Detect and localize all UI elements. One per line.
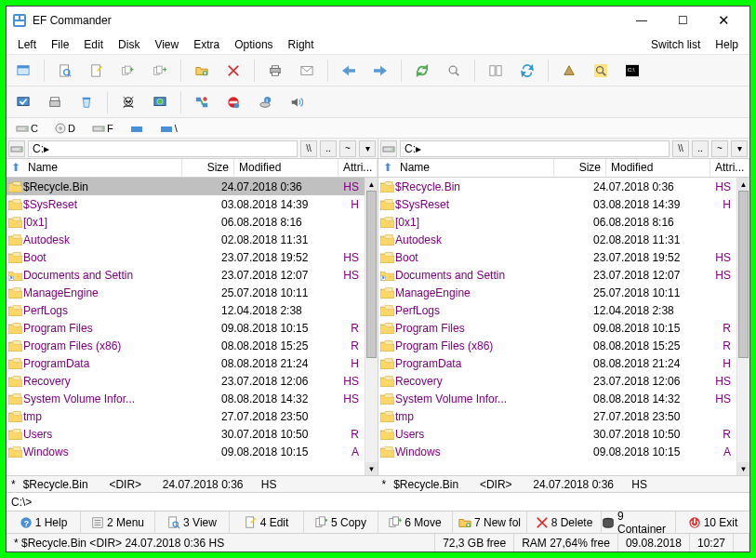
file-row[interactable]: Users30.07.2018 10:50R bbox=[378, 425, 736, 443]
pyramid-icon[interactable] bbox=[556, 59, 582, 83]
col-size[interactable]: Size bbox=[554, 159, 606, 177]
fnkey-exit[interactable]: 10 Exit bbox=[676, 512, 749, 533]
drive-c[interactable]: C bbox=[10, 120, 44, 137]
drive-browse-1[interactable] bbox=[125, 120, 149, 137]
file-row[interactable]: ManageEngine25.07.2018 10:11 bbox=[378, 284, 736, 301]
file-row[interactable]: $Recycle.Bin24.07.2018 0:36HS bbox=[7, 178, 365, 195]
right-nav-home[interactable]: ~ bbox=[711, 140, 728, 157]
forward-icon[interactable] bbox=[367, 59, 393, 83]
find-files-icon[interactable] bbox=[588, 59, 614, 83]
col-modified[interactable]: Modified bbox=[606, 159, 710, 177]
window-icon[interactable] bbox=[10, 59, 36, 83]
new-folder-icon[interactable] bbox=[189, 59, 215, 83]
col-size[interactable]: Size bbox=[182, 159, 234, 177]
back-icon[interactable] bbox=[336, 59, 362, 83]
up-arrow-icon[interactable]: ⬆ bbox=[7, 159, 23, 177]
file-row[interactable]: PerfLogs12.04.2018 2:38 bbox=[378, 301, 736, 319]
print-icon[interactable] bbox=[262, 59, 288, 83]
col-name[interactable]: Name bbox=[23, 159, 182, 177]
file-row[interactable]: [0x1]06.08.2018 8:16 bbox=[378, 213, 736, 231]
menu-disk[interactable]: Disk bbox=[111, 36, 147, 53]
left-scrollbar[interactable]: ▲▼ bbox=[365, 178, 378, 475]
scanner-icon[interactable] bbox=[42, 90, 68, 114]
menu-edit[interactable]: Edit bbox=[76, 36, 111, 53]
copy-icon[interactable] bbox=[115, 59, 141, 83]
file-row[interactable]: System Volume Infor...08.08.2018 14:32HS bbox=[378, 390, 736, 407]
menu-right[interactable]: Right bbox=[281, 36, 322, 53]
edit-page-icon[interactable] bbox=[84, 59, 110, 83]
refresh-icon[interactable] bbox=[409, 59, 435, 83]
console-icon[interactable]: C:\ bbox=[619, 59, 645, 83]
fnkey-menu[interactable]: 2 Menu bbox=[81, 512, 155, 533]
file-row[interactable]: $SysReset03.08.2018 14:39H bbox=[378, 195, 736, 213]
right-nav-up[interactable]: .. bbox=[692, 140, 709, 157]
file-row[interactable]: tmp27.07.2018 23:50 bbox=[7, 407, 365, 425]
sync-icon[interactable] bbox=[514, 59, 540, 83]
file-row[interactable]: $SysReset03.08.2018 14:39H bbox=[7, 195, 365, 213]
disk-info-icon[interactable]: i bbox=[252, 90, 278, 114]
file-row[interactable]: Documents and Settin23.07.2018 12:07HS bbox=[378, 266, 736, 284]
file-row[interactable]: Program Files09.08.2018 10:15R bbox=[378, 319, 736, 337]
file-row[interactable]: [0x1]06.08.2018 8:16 bbox=[7, 213, 365, 231]
file-row[interactable]: System Volume Infor...08.08.2018 14:32HS bbox=[7, 390, 365, 407]
file-row[interactable]: ProgramData08.08.2018 21:24H bbox=[378, 354, 736, 372]
menu-help[interactable]: Help bbox=[708, 36, 746, 53]
col-modified[interactable]: Modified bbox=[234, 159, 338, 177]
drive-browse-2[interactable]: \ bbox=[154, 120, 183, 137]
left-nav-up[interactable]: .. bbox=[320, 140, 337, 157]
fnkey-view[interactable]: 3 View bbox=[155, 512, 230, 533]
col-attr[interactable]: Attri... bbox=[338, 159, 378, 177]
maximize-button[interactable]: ☐ bbox=[662, 7, 703, 33]
right-drive-menu[interactable] bbox=[380, 140, 397, 157]
file-row[interactable]: Program Files (x86)08.08.2018 15:25R bbox=[378, 337, 736, 354]
up-arrow-icon[interactable]: ⬆ bbox=[378, 159, 395, 177]
right-nav-root[interactable]: \\ bbox=[672, 140, 689, 157]
file-row[interactable]: Windows09.08.2018 10:15A bbox=[7, 443, 365, 460]
sound-icon[interactable] bbox=[284, 90, 310, 114]
file-row[interactable]: Program Files (x86)08.08.2018 15:25R bbox=[7, 337, 365, 354]
left-nav-root[interactable]: \\ bbox=[300, 140, 317, 157]
delete-icon[interactable] bbox=[220, 59, 246, 83]
file-row[interactable]: Recovery23.07.2018 12:06HS bbox=[7, 372, 365, 390]
col-name[interactable]: Name bbox=[395, 159, 554, 177]
move-icon[interactable] bbox=[147, 59, 173, 83]
file-row[interactable]: ManageEngine25.07.2018 10:11 bbox=[7, 284, 365, 301]
file-row[interactable]: Boot23.07.2018 19:52HS bbox=[7, 248, 365, 266]
fnkey-edit[interactable]: 4 Edit bbox=[230, 512, 304, 533]
monitor-globe-icon[interactable] bbox=[147, 90, 173, 114]
file-row[interactable]: $Recycle.Bin24.07.2018 0:36HS bbox=[378, 178, 736, 195]
file-row[interactable]: Boot23.07.2018 19:52HS bbox=[378, 248, 736, 266]
file-row[interactable]: PerfLogs12.04.2018 2:38 bbox=[7, 301, 365, 319]
trash-icon[interactable] bbox=[73, 90, 99, 114]
left-path[interactable]: C:▸ bbox=[28, 140, 298, 157]
file-row[interactable]: Windows09.08.2018 10:15A bbox=[378, 443, 736, 460]
fnkey-new-fol[interactable]: 7 New fol bbox=[453, 512, 527, 533]
menu-extra[interactable]: Extra bbox=[186, 36, 227, 53]
col-attr[interactable]: Attri... bbox=[710, 159, 749, 177]
compare-icon[interactable] bbox=[483, 59, 509, 83]
view-page-icon[interactable] bbox=[52, 59, 78, 83]
file-row[interactable]: Autodesk02.08.2018 11:31 bbox=[7, 231, 365, 248]
file-row[interactable]: ProgramData08.08.2018 21:24H bbox=[7, 354, 365, 372]
right-filelist[interactable]: $Recycle.Bin24.07.2018 0:36HS$SysReset03… bbox=[378, 178, 749, 475]
menu-view[interactable]: View bbox=[147, 36, 186, 53]
menu-left[interactable]: Left bbox=[10, 36, 44, 53]
file-row[interactable]: Autodesk02.08.2018 11:31 bbox=[378, 231, 736, 248]
drive-d[interactable]: D bbox=[49, 120, 81, 137]
left-nav-menu[interactable]: ▾ bbox=[359, 140, 376, 157]
mail-icon[interactable] bbox=[294, 59, 320, 83]
file-row[interactable]: tmp27.07.2018 23:50 bbox=[378, 407, 736, 425]
file-row[interactable]: Documents and Settin23.07.2018 12:07HS bbox=[7, 266, 365, 284]
file-row[interactable]: Users30.07.2018 10:50R bbox=[7, 425, 365, 443]
menu-file[interactable]: File bbox=[44, 36, 76, 53]
fnkey-container[interactable]: 9 Container bbox=[602, 512, 676, 533]
search-icon[interactable] bbox=[441, 59, 467, 83]
close-button[interactable]: ✕ bbox=[703, 7, 744, 33]
left-nav-home[interactable]: ~ bbox=[339, 140, 356, 157]
right-nav-menu[interactable]: ▾ bbox=[731, 140, 748, 157]
menu-options[interactable]: Options bbox=[227, 36, 280, 53]
left-filelist[interactable]: $Recycle.Bin24.07.2018 0:36HS$SysReset03… bbox=[7, 178, 378, 475]
network-icon[interactable] bbox=[189, 90, 215, 114]
file-row[interactable]: Recovery23.07.2018 12:06HS bbox=[378, 372, 736, 390]
fnkey-move[interactable]: 6 Move bbox=[378, 512, 453, 533]
